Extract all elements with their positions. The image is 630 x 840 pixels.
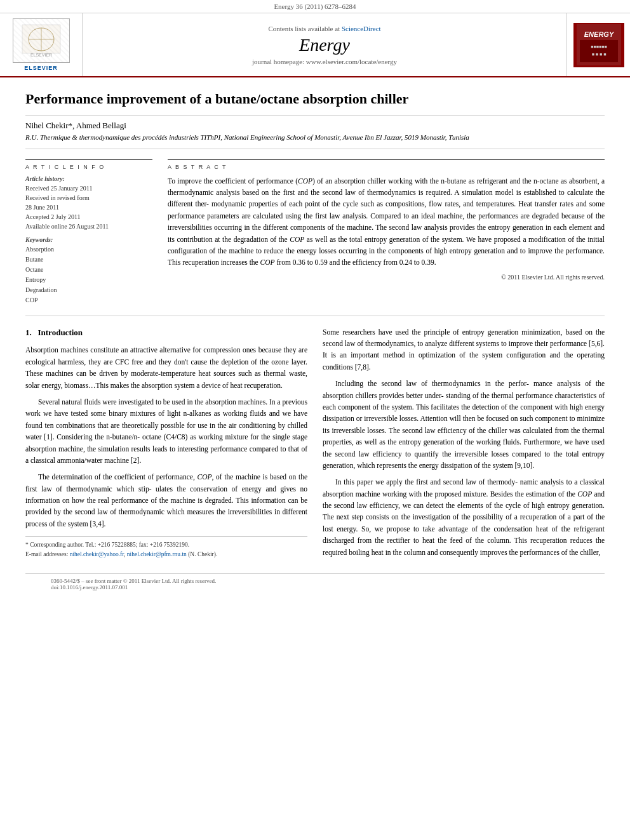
keyword-absorption: Absorption	[25, 244, 152, 255]
history-label: Article history:	[25, 175, 152, 182]
journal-citation: Energy 36 (2011) 6278–6284	[274, 3, 356, 10]
keywords-label: Keywords:	[25, 236, 152, 243]
top-bar: Energy 36 (2011) 6278–6284	[0, 0, 630, 13]
author-names: Nihel Chekir*, Ahmed Bellagi	[25, 121, 126, 130]
journal-info-center: Contents lists available at ScienceDirec…	[83, 13, 566, 76]
section1-number: 1.	[25, 328, 32, 337]
abstract-text: To improve the coefficient of performanc…	[168, 175, 605, 269]
footnote-email-suffix: (N. Chekir).	[188, 551, 217, 557]
article-meta-section: A R T I C L E I N F O Article history: R…	[25, 159, 605, 305]
body-col-left: 1. Introduction Absorption machines cons…	[25, 326, 307, 563]
authors: Nihel Chekir*, Ahmed Bellagi	[25, 121, 605, 131]
svg-rect-0	[22, 25, 60, 53]
energy-logo-section: ENERGY ■■■■■■ ■ ■ ■ ■	[566, 13, 630, 76]
elsevier-logo-image: ELSEVIER	[13, 18, 70, 63]
svg-text:ELSEVIER: ELSEVIER	[30, 53, 51, 57]
keyword-entropy: Entropy	[25, 275, 152, 285]
article-title: Performance improvement of a butane/octa…	[25, 90, 605, 116]
elsevier-label: ELSEVIER	[24, 65, 58, 71]
body-para-1: Absorption machines constitute an attrac…	[25, 344, 307, 391]
footnote-email-label: E-mail addresses:	[25, 551, 70, 557]
svg-rect-7	[580, 40, 618, 62]
accepted-date: Accepted 2 July 2011	[25, 212, 152, 222]
section-divider	[25, 316, 605, 316]
received-date: Received 25 January 2011	[25, 183, 152, 193]
body-content: 1. Introduction Absorption machines cons…	[25, 326, 605, 563]
body-para-right-3: In this paper we apply the first and sec…	[323, 476, 605, 558]
sciencedirect-anchor[interactable]: ScienceDirect	[342, 25, 381, 32]
abstract-box: A B S T R A C T To improve the coefficie…	[168, 159, 605, 281]
svg-point-1	[29, 28, 54, 51]
footnote-section: * Corresponding author. Tel.: +216 75228…	[25, 536, 307, 559]
section1-heading: 1. Introduction	[25, 326, 307, 340]
journal-name: Energy	[299, 35, 350, 55]
revised-label: Received in revised form	[25, 193, 152, 203]
elsevier-logo: ELSEVIER ELSEVIER	[13, 18, 70, 71]
elsevier-logo-section: ELSEVIER ELSEVIER	[0, 13, 83, 76]
footnote-email: E-mail addresses: nihel.chekir@yahoo.fr,…	[25, 550, 307, 559]
issn-text: 0360-5442/$ – see front matter © 2011 El…	[51, 578, 579, 584]
footnote-corresponding: * Corresponding author. Tel.: +216 75228…	[25, 540, 307, 549]
keyword-degradation: Degradation	[25, 285, 152, 295]
journal-header: ELSEVIER ELSEVIER Contents lists availab…	[0, 13, 630, 77]
article-info-title: A R T I C L E I N F O	[25, 164, 152, 170]
svg-text:ENERGY: ENERGY	[584, 30, 614, 38]
section1-title: Introduction	[38, 328, 83, 337]
footnote-email2-link[interactable]: nihel.chekir@pfm.rnu.tn	[127, 551, 187, 557]
keyword-octane: Octane	[25, 265, 152, 275]
body-para-3: The determination of the coefficient of …	[25, 471, 307, 530]
journal-homepage: journal homepage: www.elsevier.com/locat…	[252, 58, 397, 65]
svg-text:■■■■■■: ■■■■■■	[591, 44, 607, 49]
affiliation: R.U. Thermique & thermodynamique des pro…	[25, 133, 605, 149]
keywords-section: Keywords: Absorption Butane Octane Entro…	[25, 236, 152, 305]
bottom-bar: 0360-5442/$ – see front matter © 2011 El…	[25, 573, 605, 594]
article-info-box: A R T I C L E I N F O Article history: R…	[25, 159, 152, 305]
body-para-right-2: Including the second law of thermodynami…	[323, 378, 605, 471]
energy-logo-image: ENERGY ■■■■■■ ■ ■ ■ ■	[573, 23, 624, 67]
body-para-right-1: Some researchers have used the principle…	[323, 326, 605, 373]
available-date: Available online 26 August 2011	[25, 222, 152, 231]
footnote-email1-link[interactable]: nihel.chekir@yahoo.fr	[70, 551, 124, 557]
revised-date: 28 June 2011	[25, 203, 152, 212]
svg-text:■ ■ ■ ■: ■ ■ ■ ■	[591, 52, 606, 57]
keyword-butane: Butane	[25, 255, 152, 265]
main-content: Performance improvement of a butane/octa…	[0, 77, 630, 607]
article-history: Article history: Received 25 January 201…	[25, 175, 152, 231]
doi-text: doi:10.1016/j.energy.2011.07.001	[51, 584, 579, 590]
abstract-column: A B S T R A C T To improve the coefficie…	[168, 159, 605, 305]
keyword-cop: COP	[25, 295, 152, 305]
sciencedirect-link: Contents lists available at ScienceDirec…	[268, 25, 380, 32]
article-info-column: A R T I C L E I N F O Article history: R…	[25, 159, 152, 305]
abstract-title: A B S T R A C T	[168, 164, 605, 170]
copyright-notice: © 2011 Elsevier Ltd. All rights reserved…	[168, 274, 605, 281]
body-col-right: Some researchers have used the principle…	[323, 326, 605, 563]
body-para-2: Several natural fluids were investigated…	[25, 396, 307, 466]
